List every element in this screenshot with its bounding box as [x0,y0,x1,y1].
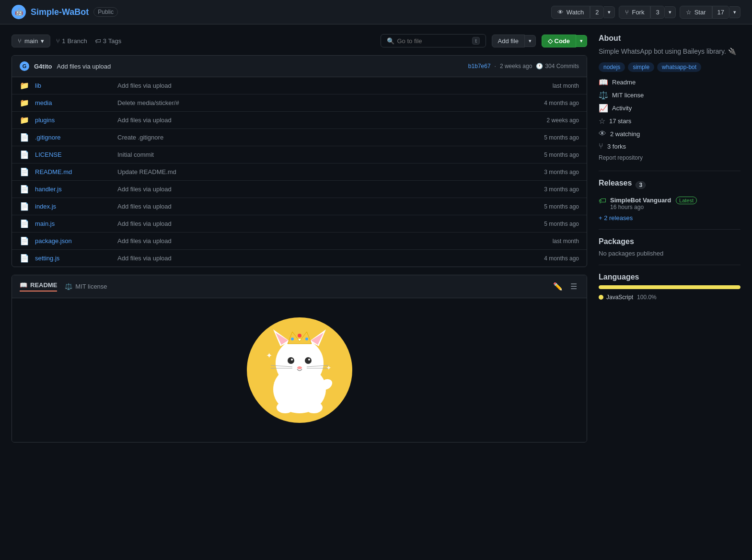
file-name[interactable]: package.json [35,237,112,245]
star-icon: ☆ [686,9,692,16]
release-time: 16 hours ago [610,204,697,210]
star-dropdown[interactable]: ▾ [729,6,740,18]
star-button[interactable]: ☆ Star [680,6,712,19]
file-icon: 📄 [20,133,29,142]
file-name[interactable]: lib [35,82,112,89]
code-button[interactable]: ◇ Code [542,35,576,47]
releases-section: Releases 3 🏷 SimpleBot Vanguard Latest 1… [599,179,740,222]
branch-link[interactable]: ⑂ 1 Branch [56,37,87,45]
table-row: 📄main.jsAdd files via upload5 months ago [12,215,587,233]
javascript-dot [599,295,603,300]
fork-group: ⑂ Fork 3 ▾ [619,6,675,19]
fork-button[interactable]: ⑂ Fork [619,6,650,19]
svg-marker-15 [288,332,312,344]
search-shortcut: t [472,37,479,45]
release-name[interactable]: SimpleBot Vanguard [610,197,671,204]
topic-nodejs[interactable]: nodejs [599,62,625,72]
repo-logo: 🤖 [12,5,26,19]
cat-svg: ✦ ✦ ✦ [256,322,343,418]
book-icon: 📖 [20,281,27,289]
file-name[interactable]: .gitignore [35,134,112,141]
main-content: ⑂ main ▾ ⑂ 1 Branch 🏷 3 Tags 🔍 [0,24,752,452]
stars-link[interactable]: ☆ 17 stars [599,117,740,126]
scale-icon: ⚖️ [65,283,72,290]
svg-point-7 [305,357,312,364]
tags-link[interactable]: 🏷 3 Tags [95,37,122,45]
svg-point-1 [276,339,324,387]
watch-button[interactable]: 👁 Watch [551,6,590,19]
file-name[interactable]: handler.js [35,186,112,193]
commits-link[interactable]: 🕐 304 Commits [536,63,579,70]
file-name[interactable]: index.js [35,203,112,210]
fork-dropdown[interactable]: ▾ [665,6,676,18]
add-file-button[interactable]: Add file [492,35,525,47]
file-name[interactable]: plugins [35,117,112,124]
logo-icon: 🤖 [15,8,23,16]
branch-selector[interactable]: ⑂ main ▾ [12,35,50,47]
languages-section: Languages JavaScript 100.0% [599,273,740,301]
file-rows: 📁libAdd files via uploadlast month📁media… [12,77,587,267]
file-commit-msg: Add files via upload [117,186,516,193]
right-panel: About Simple WhatsApp bot using Baileys … [599,34,740,443]
file-time: 5 months ago [521,221,579,227]
file-name[interactable]: README.md [35,168,112,175]
license-link[interactable]: ⚖️ MIT license [599,91,740,100]
release-details: SimpleBot Vanguard Latest 16 hours ago [610,196,697,210]
tab-license[interactable]: ⚖️ MIT license [65,283,107,290]
file-time: 5 months ago [521,134,579,141]
topic-simple[interactable]: simple [628,62,654,72]
clock-icon: 🕐 [536,63,543,70]
star-group: ☆ Star 17 ▾ [680,6,740,19]
releases-title[interactable]: Releases [599,179,632,187]
watch-count[interactable]: 2 [590,6,604,19]
file-name[interactable]: LICENSE [35,151,112,158]
languages-title: Languages [599,273,740,281]
packages-title: Packages [599,237,740,246]
repo-name[interactable]: Simple-WaBot [31,7,89,17]
watching-link[interactable]: 👁 2 watching [599,129,740,138]
star-count[interactable]: 17 [712,6,729,19]
file-icon: 📄 [20,219,29,228]
svg-point-23 [305,402,323,413]
commit-user[interactable]: G4tito [34,63,52,70]
file-icon: 📄 [20,167,29,176]
svg-point-6 [288,357,294,364]
table-row: 📄setting.jsAdd files via upload4 months … [12,250,587,267]
report-repository-link[interactable]: Report repository [599,154,740,161]
releases-header: Releases 3 [599,179,740,191]
file-commit-msg: Add files via upload [117,255,516,262]
about-links: 📖 Readme ⚖️ MIT license 📈 Activity ☆ 17 … [599,78,740,151]
folder-icon: 📁 [20,116,29,125]
code-group: ◇ Code ▾ [542,35,587,47]
file-icon: 📄 [20,185,29,194]
topic-whatsapp-bot[interactable]: whatsapp-bot [657,62,701,72]
readme-link[interactable]: 📖 Readme [599,78,740,87]
table-row: 📁pluginsAdd files via upload2 weeks ago [12,112,587,129]
toc-button[interactable]: ☰ [568,280,579,293]
release-name-row: SimpleBot Vanguard Latest [610,196,697,204]
tab-readme[interactable]: 📖 README [20,281,57,292]
branch-count-icon: ⑂ [56,37,60,45]
add-file-dropdown[interactable]: ▾ [525,35,536,47]
file-name[interactable]: setting.js [35,255,112,262]
file-name[interactable]: main.js [35,220,112,227]
commit-meta: b1b7e67 · 2 weeks ago 🕐 304 Commits [468,63,579,70]
book-icon: 📖 [599,78,608,87]
file-name[interactable]: media [35,99,112,106]
svg-point-16 [298,334,301,338]
file-time: 3 months ago [521,186,579,193]
forks-link[interactable]: ⑂ 3 forks [599,142,740,151]
add-file-group: Add file ▾ [492,35,536,47]
search-box[interactable]: 🔍 t [381,34,486,47]
more-releases-link[interactable]: + 2 releases [599,214,740,222]
fork-icon: ⑂ [599,142,603,151]
code-dropdown[interactable]: ▾ [576,35,587,47]
edit-readme-button[interactable]: ✏️ [551,280,565,293]
commit-hash[interactable]: b1b7e67 [468,63,491,70]
activity-link[interactable]: 📈 Activity [599,104,740,113]
fork-count[interactable]: 3 [650,6,664,19]
watch-dropdown[interactable]: ▾ [604,6,615,18]
svg-point-10 [297,366,302,369]
file-commit-msg: Create .gitignore [117,134,516,141]
search-input[interactable] [397,37,470,45]
